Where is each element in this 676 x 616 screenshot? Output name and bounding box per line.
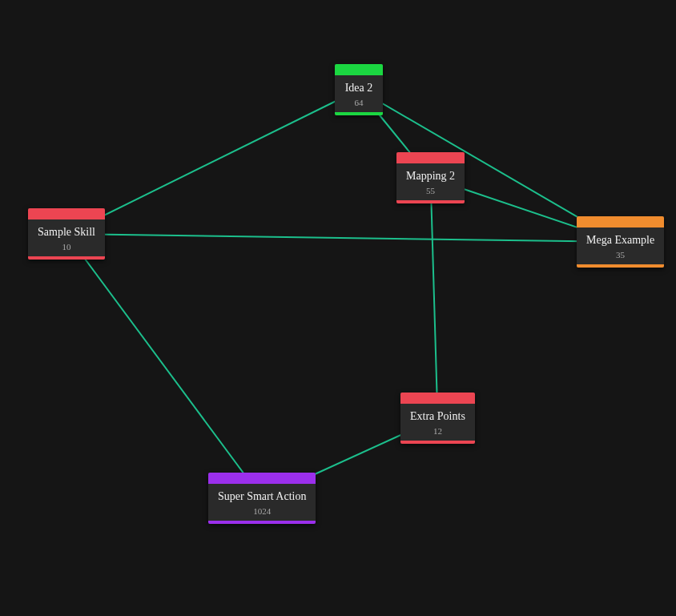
node-extra-points[interactable]: Extra Points12 — [400, 393, 475, 444]
node-header — [396, 152, 465, 163]
node-body: Extra Points12 — [400, 404, 475, 441]
edge-mapping2-extra-points — [431, 178, 438, 418]
edge-idea2-sample-skill — [66, 90, 359, 234]
node-title: Super Smart Action — [218, 490, 306, 503]
node-footer — [396, 200, 465, 203]
node-title: Mega Example — [586, 234, 654, 247]
node-value: 1024 — [218, 506, 306, 516]
node-title: Idea 2 — [344, 82, 373, 95]
node-body: Idea 264 — [335, 75, 383, 112]
node-body: Mapping 255 — [396, 163, 465, 200]
node-value: 55 — [406, 186, 455, 195]
node-title: Mapping 2 — [406, 170, 455, 183]
node-body: Mega Example35 — [577, 227, 664, 264]
node-super-smart[interactable]: Super Smart Action1024 — [208, 473, 316, 524]
node-footer — [208, 521, 316, 524]
node-value: 10 — [38, 242, 95, 252]
node-mapping2[interactable]: Mapping 255 — [396, 152, 465, 203]
node-header — [400, 393, 475, 404]
node-header — [335, 64, 383, 75]
node-header — [208, 473, 316, 484]
node-value: 64 — [344, 98, 373, 107]
node-body: Super Smart Action1024 — [208, 484, 316, 521]
node-header — [28, 208, 105, 219]
node-footer — [28, 256, 105, 260]
node-header — [577, 216, 664, 227]
node-title: Extra Points — [410, 410, 465, 423]
node-footer — [400, 441, 475, 444]
node-footer — [577, 264, 664, 268]
node-mega-example[interactable]: Mega Example35 — [577, 216, 664, 268]
graph-canvas[interactable]: Idea 264Mapping 255Sample Skill10Mega Ex… — [0, 0, 676, 616]
node-title: Sample Skill — [38, 226, 95, 239]
node-idea2[interactable]: Idea 264 — [335, 64, 383, 115]
node-value: 12 — [410, 426, 465, 436]
node-body: Sample Skill10 — [28, 219, 105, 256]
node-value: 35 — [586, 250, 654, 260]
node-footer — [335, 112, 383, 115]
node-sample-skill[interactable]: Sample Skill10 — [28, 208, 105, 260]
edge-sample-skill-super-smart — [66, 234, 262, 498]
edge-sample-skill-mega-example — [66, 234, 621, 242]
